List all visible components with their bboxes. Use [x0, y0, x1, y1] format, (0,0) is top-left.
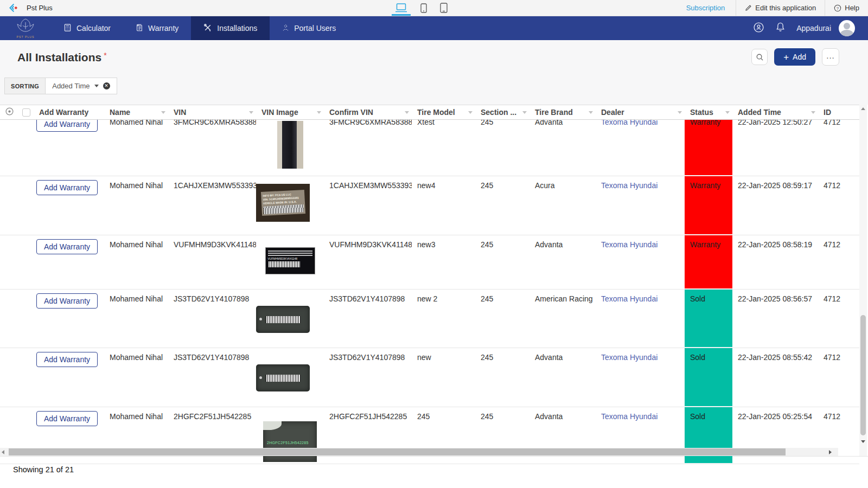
column-header-tire-model[interactable]: Tire Model [412, 105, 475, 120]
column-header-add-warranty: Add Warranty [34, 105, 104, 120]
cell-dealer: Texoma Hyundai [596, 120, 685, 176]
column-header-vin[interactable]: VIN [168, 105, 256, 120]
desktop-preview-icon[interactable] [394, 0, 409, 16]
cell-tire-brand: Acura [529, 176, 596, 235]
add-button[interactable]: + Add [774, 48, 815, 66]
main-navbar: PST PLUS CalculatorWarrantyInstallations… [0, 16, 868, 40]
dealer-link[interactable]: Texoma Hyundai [601, 120, 658, 127]
horizontal-scrollbar-thumb[interactable] [9, 448, 786, 455]
column-menu-caret-icon[interactable] [249, 111, 253, 114]
column-header-dealer[interactable]: Dealer [596, 105, 685, 120]
scroll-up-arrow-icon[interactable] [861, 107, 865, 110]
nav-tab-portal-users[interactable]: Portal Users [270, 16, 348, 40]
subscription-link[interactable]: Subscription [686, 4, 725, 12]
column-menu-caret-icon[interactable] [589, 111, 593, 114]
column-menu-caret-icon[interactable] [161, 111, 165, 114]
column-header-tire-brand[interactable]: Tire Brand [529, 105, 596, 120]
column-header-vin-image[interactable]: VIN Image [256, 105, 324, 120]
device-preview-switcher [394, 0, 449, 16]
cell-name: Mohamed Nihal [104, 235, 168, 290]
scroll-down-arrow-icon[interactable] [861, 440, 865, 443]
cell-confirm-vin: 3FMCR9C6XMRA58388 [324, 120, 412, 176]
dealer-link[interactable]: Texoma Hyundai [601, 353, 658, 362]
nav-tabs: CalculatorWarrantyInstallationsPortal Us… [51, 16, 348, 40]
nav-tab-installations[interactable]: Installations [191, 16, 270, 40]
vertical-scrollbar-thumb[interactable] [860, 315, 866, 435]
column-menu-caret-icon[interactable] [317, 111, 321, 114]
chevron-down-icon[interactable] [94, 85, 99, 87]
cell-section-width: 245 [475, 176, 529, 235]
dealer-link[interactable]: Texoma Hyundai [601, 294, 658, 303]
status-badge: Sold [685, 290, 732, 347]
add-warranty-button[interactable]: Add Warranty [36, 293, 98, 309]
column-menu-caret-icon[interactable] [811, 111, 815, 114]
cell-vin: JS3TD62V1Y4107898 [168, 290, 256, 348]
select-all-checkbox[interactable] [22, 108, 30, 117]
browser-app-topbar: Pst Plus Subscription Edit this applicat… [0, 0, 868, 16]
dealer-link[interactable]: Texoma Hyundai [601, 412, 658, 421]
phone-preview-icon[interactable] [419, 0, 428, 16]
column-menu-caret-icon[interactable] [725, 111, 730, 114]
add-warranty-button[interactable]: Add Warranty [36, 352, 98, 367]
cell-tire-model: new3 [412, 235, 475, 290]
column-header-section[interactable]: Section ... [475, 105, 529, 120]
navbar-right: Appadurai [753, 16, 868, 40]
dealer-link[interactable]: Texoma Hyundai [601, 181, 658, 190]
column-header-confirm-vin[interactable]: Confirm VIN [324, 105, 412, 120]
table-row: Add Warranty Mohamed Nihal JS3TD62V1Y410… [0, 290, 859, 348]
cell-status: Warranty [685, 120, 732, 176]
svg-text:PST PLUS: PST PLUS [17, 35, 35, 38]
warranty-icon [136, 23, 143, 34]
dealer-link[interactable]: Texoma Hyundai [601, 240, 658, 249]
remove-sort-icon[interactable]: ✕ [103, 82, 110, 89]
vin-image[interactable] [277, 121, 303, 169]
column-header-added-time[interactable]: Added Time [732, 105, 818, 120]
scroll-left-arrow-icon[interactable] [2, 450, 4, 454]
column-menu-caret-icon[interactable] [405, 111, 409, 114]
cell-tire-model: new4 [412, 176, 475, 235]
vin-image[interactable] [256, 306, 310, 333]
cell-status: Sold [685, 290, 732, 348]
column-header-status[interactable]: Status [685, 105, 732, 120]
add-warranty-button[interactable]: Add Warranty [36, 411, 98, 426]
search-button[interactable] [751, 49, 768, 65]
cell-vin: 1CAHJXEM3MW553393 [168, 176, 256, 235]
cell-added-time: 22-Jan-2025 08:55:42 [732, 348, 818, 407]
column-header-select [17, 105, 34, 120]
vin-image[interactable]: VUFMHM9D3KVK41148 [265, 247, 315, 274]
installations-table: Add WarrantyNameVINVIN ImageConfirm VINT… [0, 105, 859, 464]
support-icon[interactable] [753, 22, 764, 35]
scroll-right-arrow-icon[interactable] [829, 450, 832, 454]
nav-tab-warranty[interactable]: Warranty [123, 16, 191, 40]
column-menu-caret-icon[interactable] [522, 111, 527, 114]
user-account-menu[interactable]: Appadurai [796, 20, 855, 36]
app-title: Pst Plus [27, 4, 53, 12]
cell-added-time: 22-Jan-2025 12:50:27 [732, 120, 818, 176]
help-button[interactable]: ? Help [825, 0, 868, 16]
help-icon: ? [834, 4, 841, 12]
vertical-scrollbar[interactable] [859, 105, 867, 456]
more-options-button[interactable]: ... [822, 48, 839, 66]
sorting-chip[interactable]: Added Time ✕ [46, 78, 117, 94]
notifications-bell-icon[interactable] [775, 22, 786, 35]
add-warranty-button[interactable]: Add Warranty [36, 239, 98, 254]
cell-section-width: 245 [475, 235, 529, 290]
cell-tire-model: new [412, 348, 475, 407]
creator-logo-icon[interactable] [8, 2, 19, 14]
column-menu-caret-icon[interactable] [678, 111, 682, 114]
installations-icon [203, 23, 212, 34]
cell-tire-brand: Advanta [529, 348, 596, 407]
nav-tab-calculator[interactable]: Calculator [51, 16, 123, 40]
edit-application-button[interactable]: Edit this application [736, 0, 825, 16]
add-warranty-button[interactable]: Add Warranty [36, 120, 98, 132]
cell-confirm-vin: VUFMHM9D3KVK41148 [324, 235, 412, 290]
add-warranty-button[interactable]: Add Warranty [36, 180, 98, 195]
tablet-preview-icon[interactable] [439, 0, 449, 16]
column-header-name[interactable]: Name [104, 105, 168, 120]
column-menu-caret-icon[interactable] [468, 111, 473, 114]
page-title: All Installations [17, 51, 101, 63]
vin-image[interactable]: INFO BY: FCA US LLCVIN: 1C4HJXEM3MW55339… [256, 184, 310, 222]
horizontal-scrollbar[interactable] [0, 448, 838, 456]
vin-image[interactable] [256, 364, 310, 391]
column-header-view[interactable] [0, 105, 17, 120]
